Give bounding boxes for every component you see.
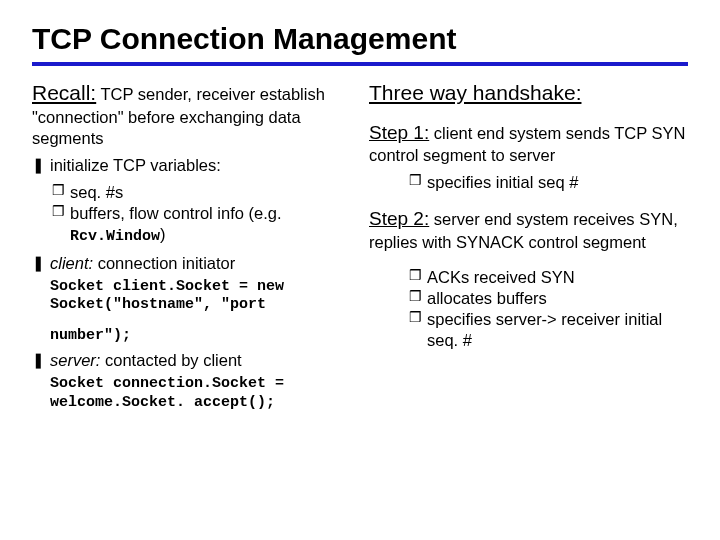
slide-title: TCP Connection Management xyxy=(32,22,688,56)
code-line: number"); xyxy=(50,327,351,346)
seq-item: ❒ seq. #s xyxy=(52,182,351,203)
step2-sub1: ❒ ACKs received SYN xyxy=(409,267,688,288)
init-item: ❚ initialize TCP variables: xyxy=(32,155,351,176)
server-rest: contacted by client xyxy=(100,351,241,369)
code-line: Socket("hostname", "port xyxy=(50,296,351,315)
y-bullet-icon: ❒ xyxy=(409,267,427,288)
title-rule xyxy=(32,62,688,66)
step2-sub1-text: ACKs received SYN xyxy=(427,267,575,288)
slide: TCP Connection Management Recall: TCP se… xyxy=(0,0,720,437)
server-item: ❚ server: contacted by client xyxy=(32,350,351,371)
z-bullet-icon: ❚ xyxy=(32,350,50,371)
left-column: Recall: TCP sender, receiver establish "… xyxy=(32,80,351,417)
step1-sub1: ❒ specifies initial seq # xyxy=(409,172,688,193)
recall-block: Recall: TCP sender, receiver establish "… xyxy=(32,80,351,149)
init-text: initialize TCP variables: xyxy=(50,155,221,176)
client-rest: connection initiator xyxy=(93,254,235,272)
client-text: client: connection initiator xyxy=(50,253,235,274)
buffers-item: ❒ buffers, flow control info (e.g. Rcv.W… xyxy=(52,203,351,246)
step2-sub2-text: allocates buffers xyxy=(427,288,547,309)
step2-sub3: ❒ specifies server-> receiver initial se… xyxy=(409,309,688,351)
server-code: Socket connection.Socket = welcome.Socke… xyxy=(50,375,351,413)
z-bullet-icon: ❚ xyxy=(32,155,50,176)
client-item: ❚ client: connection initiator xyxy=(32,253,351,274)
step1-label: Step 1: xyxy=(369,122,429,143)
buffers-b: ) xyxy=(160,225,166,243)
y-bullet-icon: ❒ xyxy=(52,203,70,246)
client-code: Socket client.Socket = new Socket("hostn… xyxy=(50,278,351,346)
buffers-text: buffers, flow control info (e.g. Rcv.Win… xyxy=(70,203,351,246)
handshake-heading: Three way handshake: xyxy=(369,80,688,107)
code-line: Socket connection.Socket = xyxy=(50,375,351,394)
step1-sub1-text: specifies initial seq # xyxy=(427,172,578,193)
y-bullet-icon: ❒ xyxy=(52,182,70,203)
step2-sub2: ❒ allocates buffers xyxy=(409,288,688,309)
seq-text: seq. #s xyxy=(70,182,123,203)
y-bullet-icon: ❒ xyxy=(409,309,427,351)
code-line: welcome.Socket. accept(); xyxy=(50,394,351,413)
step1-block: Step 1: client end system sends TCP SYN … xyxy=(369,121,688,166)
right-column: Three way handshake: Step 1: client end … xyxy=(369,80,688,417)
server-text: server: contacted by client xyxy=(50,350,242,371)
y-bullet-icon: ❒ xyxy=(409,288,427,309)
y-bullet-icon: ❒ xyxy=(409,172,427,193)
z-bullet-icon: ❚ xyxy=(32,253,50,274)
step2-sub3-text: specifies server-> receiver initial seq.… xyxy=(427,309,688,351)
columns: Recall: TCP sender, receiver establish "… xyxy=(32,80,688,417)
code-line: Socket client.Socket = new xyxy=(50,278,351,297)
step2-label: Step 2: xyxy=(369,208,429,229)
recall-label: Recall: xyxy=(32,81,96,104)
client-lead: client: xyxy=(50,254,93,272)
server-lead: server: xyxy=(50,351,100,369)
buffers-mono: Rcv.Window xyxy=(70,228,160,245)
buffers-a: buffers, flow control info (e.g. xyxy=(70,204,282,222)
step2-block: Step 2: server end system receives SYN, … xyxy=(369,207,688,252)
